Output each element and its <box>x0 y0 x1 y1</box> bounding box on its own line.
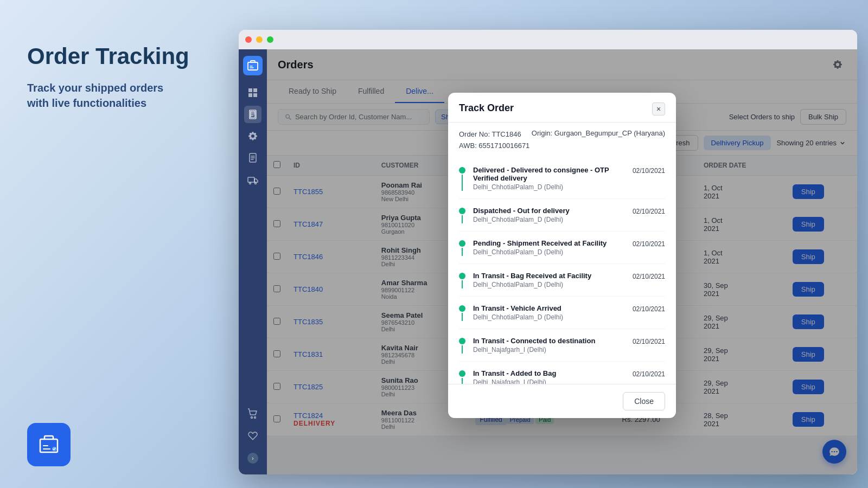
tracking-status: In Transit - Vehicle Arrived <box>473 304 625 312</box>
tracking-event-item: In Transit - Connected to destination De… <box>459 329 665 362</box>
tracking-date: 02/10/2021 <box>633 272 665 288</box>
modal-order-info: Order No: TTC1846 AWB: 6551710016671 Ori… <box>448 123 676 158</box>
browser-window: › Orders Ready to Ship Fulfilled <box>239 30 857 474</box>
sidebar-item-document[interactable] <box>244 149 261 166</box>
expand-traffic-light[interactable] <box>267 36 273 43</box>
tracking-line <box>462 175 463 191</box>
tracking-event-item: In Transit - Added to Bag Delhi_Najafgar… <box>459 362 665 384</box>
close-traffic-light[interactable] <box>245 36 252 43</box>
tracking-line <box>462 313 463 321</box>
page-subtitle: Track your shipped orderswith live funct… <box>27 80 201 111</box>
tracking-date: 02/10/2021 <box>633 207 665 223</box>
order-origin: Origin: Gurgaon_Begumpur_CP (Haryana) <box>532 129 665 152</box>
tracking-event-item: In Transit - Vehicle Arrived Delhi_Chhot… <box>459 297 665 329</box>
sidebar: › <box>239 49 267 474</box>
tracking-date: 02/10/2021 <box>633 369 665 384</box>
app-layout: › Orders Ready to Ship Fulfilled <box>239 49 857 474</box>
sidebar-item-truck[interactable] <box>244 171 261 188</box>
minimize-traffic-light[interactable] <box>256 36 263 43</box>
tracking-location: Delhi_ChhotialPalam_D (Delhi) <box>473 313 625 321</box>
tracking-dot-col <box>459 337 465 354</box>
sidebar-logo[interactable] <box>243 56 263 75</box>
title-bar <box>239 30 857 49</box>
tracking-location: Delhi_ChhotialPalam_D (Delhi) <box>473 183 625 191</box>
tracking-line <box>462 378 463 384</box>
tracking-line <box>462 280 463 288</box>
sidebar-item-orders[interactable] <box>244 106 261 123</box>
tracking-location: Delhi_Najafgarh_I (Delhi) <box>473 378 625 384</box>
order-number: Order No: TTC1846 <box>459 129 529 140</box>
sidebar-item-cart[interactable] <box>244 405 261 422</box>
tracking-status: In Transit - Connected to destination <box>473 337 625 345</box>
tracking-dot <box>459 305 465 312</box>
tracking-line <box>462 215 463 223</box>
tracking-dot-col <box>459 304 465 321</box>
tracking-event-item: In Transit - Bag Received at Facility De… <box>459 264 665 297</box>
tracking-date: 02/10/2021 <box>633 337 665 354</box>
tracking-status: In Transit - Bag Received at Facility <box>473 272 625 280</box>
tracking-location: Delhi_Najafgarh_I (Delhi) <box>473 346 625 354</box>
modal-close-btn[interactable]: Close <box>623 392 665 410</box>
svg-point-5 <box>250 183 251 184</box>
tracking-event-item: Dispatched - Out for delivery Delhi_Chho… <box>459 199 665 232</box>
svg-rect-4 <box>248 177 254 182</box>
svg-point-6 <box>255 183 257 184</box>
modal-header: Track Order × <box>448 93 676 123</box>
tracking-dot-col <box>459 272 465 288</box>
tracking-dot <box>459 338 465 344</box>
sidebar-item-heart[interactable] <box>244 427 261 444</box>
tracking-content: In Transit - Connected to destination De… <box>473 337 625 354</box>
tracking-event-item: Delivered - Delivered to consignee - OTP… <box>459 158 665 199</box>
sidebar-item-settings[interactable] <box>244 127 261 145</box>
tracking-dot <box>459 208 465 214</box>
sidebar-bottom: › <box>244 405 261 468</box>
tracking-dot <box>459 370 465 377</box>
awb-number: AWB: 6551710016671 <box>459 140 529 152</box>
left-panel: Order Tracking Track your shipped orders… <box>0 0 228 488</box>
tracking-status: In Transit - Added to Bag <box>473 369 625 377</box>
tracking-line <box>462 345 463 354</box>
tracking-dot-col <box>459 239 465 256</box>
modal-title: Track Order <box>459 102 514 114</box>
order-info-left: Order No: TTC1846 AWB: 6551710016671 <box>459 129 529 152</box>
tracking-location: Delhi_ChhotialPalam_D (Delhi) <box>473 248 625 256</box>
tracking-content: Dispatched - Out for delivery Delhi_Chho… <box>473 207 625 223</box>
modal-footer: Close <box>448 384 676 418</box>
tracking-dot-col <box>459 166 465 191</box>
svg-rect-2 <box>248 62 258 70</box>
track-order-modal: Track Order × Order No: TTC1846 AWB: 655… <box>448 93 676 418</box>
tracking-dot <box>459 167 465 174</box>
tracking-date: 02/10/2021 <box>633 304 665 321</box>
tracking-location: Delhi_ChhotialPalam_D (Delhi) <box>473 216 625 223</box>
svg-point-7 <box>251 417 253 419</box>
tracking-content: Delivered - Delivered to consignee - OTP… <box>473 166 625 191</box>
app-icon <box>27 423 71 466</box>
tracking-date: 02/10/2021 <box>633 239 665 256</box>
main-content: Orders Ready to Ship Fulfilled Delive... <box>267 49 857 474</box>
tracking-location: Delhi_ChhotialPalam_D (Delhi) <box>473 281 625 288</box>
tracking-status: Delivered - Delivered to consignee - OTP… <box>473 166 625 182</box>
tracking-dot-col <box>459 207 465 223</box>
page-heading: Order Tracking <box>27 43 201 69</box>
tracking-date: 02/10/2021 <box>633 166 665 191</box>
modal-overlay: Track Order × Order No: TTC1846 AWB: 655… <box>267 49 857 474</box>
sidebar-collapse-btn[interactable]: › <box>247 453 258 464</box>
tracking-status: Pending - Shipment Received at Facility <box>473 239 625 247</box>
tracking-dot <box>459 273 465 279</box>
tracking-content: Pending - Shipment Received at Facility … <box>473 239 625 256</box>
tracking-content: In Transit - Added to Bag Delhi_Najafgar… <box>473 369 625 384</box>
tracking-status: Dispatched - Out for delivery <box>473 207 625 215</box>
tracking-content: In Transit - Bag Received at Facility De… <box>473 272 625 288</box>
modal-close-button[interactable]: × <box>652 102 665 115</box>
modal-body: Delivered - Delivered to consignee - OTP… <box>448 158 676 384</box>
tracking-content: In Transit - Vehicle Arrived Delhi_Chhot… <box>473 304 625 321</box>
svg-point-8 <box>254 417 256 419</box>
tracking-event-item: Pending - Shipment Received at Facility … <box>459 232 665 264</box>
tracking-line <box>462 248 463 256</box>
tracking-dot <box>459 240 465 247</box>
sidebar-item-grid[interactable] <box>244 84 261 101</box>
tracking-dot-col <box>459 369 465 384</box>
